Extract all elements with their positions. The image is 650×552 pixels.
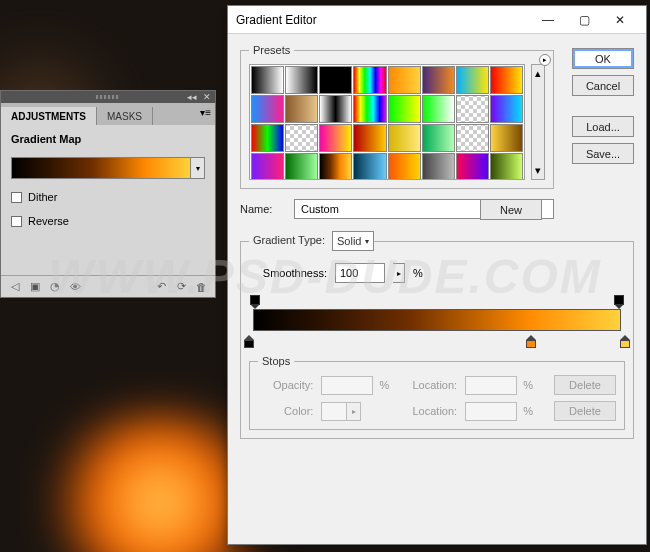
stop-color-label: Color: bbox=[258, 405, 315, 417]
preset-swatch[interactable] bbox=[251, 153, 284, 180]
preset-swatch[interactable] bbox=[490, 124, 523, 152]
reverse-checkbox-row[interactable]: Reverse bbox=[11, 215, 205, 227]
smoothness-unit: % bbox=[413, 267, 423, 279]
stop-opacity-label: Opacity: bbox=[258, 379, 315, 391]
stop-opacity-input[interactable] bbox=[321, 376, 373, 395]
preset-swatch[interactable] bbox=[353, 95, 386, 123]
preset-swatch[interactable] bbox=[353, 124, 386, 152]
stop-opacity-location-label: Location: bbox=[397, 379, 459, 391]
preset-swatch[interactable] bbox=[388, 95, 421, 123]
save-button[interactable]: Save... bbox=[572, 143, 634, 164]
stop-color-location-label: Location: bbox=[397, 405, 459, 417]
preset-swatch[interactable] bbox=[285, 124, 318, 152]
preset-grid bbox=[249, 64, 525, 180]
opacity-stop-right[interactable] bbox=[614, 295, 624, 307]
reverse-label: Reverse bbox=[28, 215, 69, 227]
reverse-checkbox[interactable] bbox=[11, 216, 22, 227]
stops-group: Stops Opacity: % Location: % Delete Colo… bbox=[249, 355, 625, 430]
preset-swatch[interactable] bbox=[490, 66, 523, 94]
tab-masks[interactable]: MASKS bbox=[97, 107, 153, 125]
presets-group: Presets ▸ ▴▾ bbox=[240, 44, 554, 189]
preset-swatch[interactable] bbox=[490, 153, 523, 180]
stop-opacity-unit: % bbox=[379, 379, 391, 391]
preset-swatch[interactable] bbox=[285, 153, 318, 180]
gradient-bar[interactable] bbox=[253, 309, 621, 331]
smoothness-label: Smoothness: bbox=[249, 267, 327, 279]
prev-state-icon[interactable]: ↶ bbox=[153, 279, 169, 295]
preset-swatch[interactable] bbox=[285, 66, 318, 94]
load-button[interactable]: Load... bbox=[572, 116, 634, 137]
stop-color-swatch[interactable] bbox=[321, 402, 347, 421]
preset-swatch[interactable] bbox=[388, 153, 421, 180]
preset-swatch[interactable] bbox=[285, 95, 318, 123]
preset-swatch[interactable] bbox=[251, 95, 284, 123]
preset-swatch[interactable] bbox=[251, 66, 284, 94]
window-maximize-button[interactable]: ▢ bbox=[566, 6, 602, 34]
presets-scrollbar[interactable]: ▴▾ bbox=[531, 64, 545, 180]
presets-flyout-icon[interactable]: ▸ bbox=[539, 54, 551, 66]
layers-stack-icon[interactable]: ▣ bbox=[27, 279, 43, 295]
delete-opacity-stop-button[interactable]: Delete bbox=[554, 375, 616, 395]
visibility-icon[interactable]: 👁 bbox=[67, 279, 83, 295]
panel-drag-bar[interactable]: ◂◂ ✕ bbox=[1, 91, 215, 103]
preset-swatch[interactable] bbox=[456, 124, 489, 152]
ok-button[interactable]: OK bbox=[572, 48, 634, 69]
preset-swatch[interactable] bbox=[388, 124, 421, 152]
preset-swatch[interactable] bbox=[456, 153, 489, 180]
back-arrow-icon[interactable]: ◁ bbox=[7, 279, 23, 295]
preset-swatch[interactable] bbox=[319, 95, 352, 123]
preset-swatch[interactable] bbox=[422, 124, 455, 152]
cancel-button[interactable]: Cancel bbox=[572, 75, 634, 96]
gradient-type-label: Gradient Type: bbox=[249, 234, 329, 246]
preset-swatch[interactable] bbox=[422, 153, 455, 180]
color-stop[interactable] bbox=[619, 335, 631, 349]
panel-menu-icon[interactable]: ▾≡ bbox=[200, 107, 211, 118]
dialog-title: Gradient Editor bbox=[236, 13, 317, 27]
panel-collapse-icon[interactable]: ◂◂ bbox=[187, 92, 197, 102]
gradient-map-dropdown-icon[interactable]: ▾ bbox=[190, 158, 204, 178]
trash-icon[interactable]: 🗑 bbox=[193, 279, 209, 295]
gradient-map-preview[interactable]: ▾ bbox=[11, 157, 205, 179]
preset-swatch[interactable] bbox=[251, 124, 284, 152]
new-button[interactable]: New bbox=[480, 199, 542, 220]
preset-swatch[interactable] bbox=[422, 95, 455, 123]
stop-color-location-unit: % bbox=[523, 405, 548, 417]
dither-checkbox[interactable] bbox=[11, 192, 22, 203]
color-stop[interactable] bbox=[243, 335, 255, 349]
stop-color-location-input[interactable] bbox=[465, 402, 517, 421]
preset-swatch[interactable] bbox=[319, 153, 352, 180]
stop-opacity-location-input[interactable] bbox=[465, 376, 517, 395]
preset-swatch[interactable] bbox=[456, 66, 489, 94]
preset-swatch[interactable] bbox=[422, 66, 455, 94]
gradient-type-select[interactable]: Solid ▾ bbox=[332, 231, 374, 251]
preset-swatch[interactable] bbox=[388, 66, 421, 94]
presets-legend: Presets bbox=[249, 44, 294, 56]
reset-icon[interactable]: ⟳ bbox=[173, 279, 189, 295]
smoothness-input[interactable]: 100 bbox=[335, 263, 385, 283]
preset-swatch[interactable] bbox=[319, 66, 352, 94]
window-close-button[interactable]: ✕ bbox=[602, 6, 638, 34]
panel-footer: ◁ ▣ ◔ 👁 ↶ ⟳ 🗑 bbox=[1, 275, 215, 297]
dialog-titlebar[interactable]: Gradient Editor — ▢ ✕ bbox=[228, 6, 646, 34]
preset-swatch[interactable] bbox=[456, 95, 489, 123]
clip-icon[interactable]: ◔ bbox=[47, 279, 63, 295]
opacity-stop-left[interactable] bbox=[250, 295, 260, 307]
color-stop[interactable] bbox=[525, 335, 537, 349]
preset-swatch[interactable] bbox=[319, 124, 352, 152]
adjustments-panel: ◂◂ ✕ ADJUSTMENTS MASKS ▾≡ Gradient Map ▾… bbox=[0, 90, 216, 298]
gradient-bar-region[interactable] bbox=[249, 295, 625, 349]
dither-checkbox-row[interactable]: Dither bbox=[11, 191, 205, 203]
tab-adjustments[interactable]: ADJUSTMENTS bbox=[1, 107, 97, 125]
preset-swatch[interactable] bbox=[490, 95, 523, 123]
dither-label: Dither bbox=[28, 191, 57, 203]
preset-swatch[interactable] bbox=[353, 66, 386, 94]
smoothness-stepper[interactable]: ▸ bbox=[393, 263, 405, 283]
panel-tabs: ADJUSTMENTS MASKS ▾≡ bbox=[1, 103, 215, 125]
delete-color-stop-button[interactable]: Delete bbox=[554, 401, 616, 421]
panel-title: Gradient Map bbox=[11, 133, 205, 145]
panel-close-icon[interactable]: ✕ bbox=[203, 92, 211, 102]
stop-color-dropdown-icon[interactable]: ▸ bbox=[347, 402, 361, 421]
preset-swatch[interactable] bbox=[353, 153, 386, 180]
window-minimize-button[interactable]: — bbox=[530, 6, 566, 34]
stops-legend: Stops bbox=[258, 355, 294, 367]
